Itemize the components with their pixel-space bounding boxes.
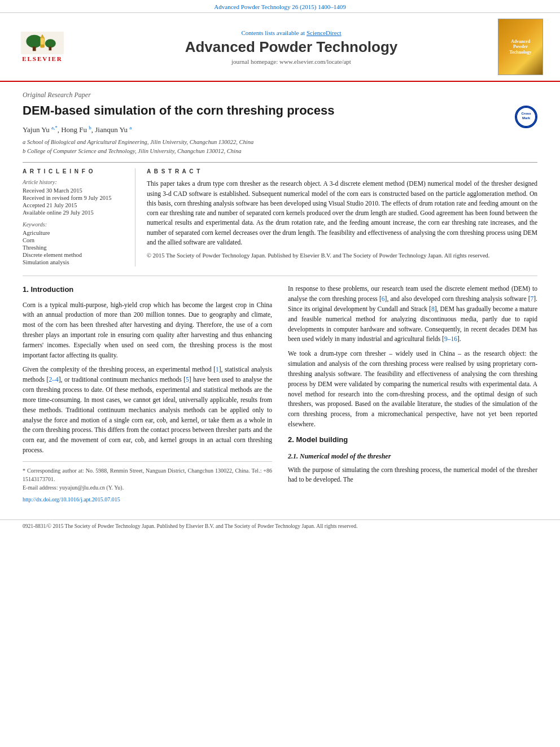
keyword-simulation: Simulation analysis [23, 259, 127, 265]
article-history-label: Article history: [23, 179, 127, 185]
keyword-agriculture: Agriculture [23, 230, 127, 236]
section2-para1: With the purpose of simulating the corn … [288, 465, 537, 486]
ref-2-4-link[interactable]: 2–4 [49, 376, 58, 383]
history-available-online: Available online 29 July 2015 [23, 209, 127, 216]
ref-9-16-link[interactable]: 9–16 [444, 335, 457, 342]
journal-top-bar: Advanced Powder Technology 26 (2015) 140… [0, 0, 560, 13]
keywords-label: Keywords: [23, 221, 127, 228]
keyword-threshing: Threshing [23, 244, 127, 251]
abstract-copyright: © 2015 The Society of Powder Technology … [147, 252, 537, 260]
article-type-label: Original Research Paper [23, 91, 537, 99]
affiliation-b: b College of Computer Science and Techno… [23, 147, 537, 156]
doi-link[interactable]: http://dx.doi.org/10.1016/j.apt.2015.07.… [23, 495, 272, 504]
abstract-text: This paper takes a drum type corn thresh… [147, 179, 537, 247]
ref-6-link[interactable]: 6 [382, 295, 385, 302]
affiliations: a School of Biological and Agricultural … [23, 138, 537, 156]
abstract-section-title: A B S T R A C T [147, 168, 537, 174]
elsevier-logo: ELSEVIER [11, 30, 73, 64]
svg-rect-4 [49, 47, 51, 51]
bottom-bar: 0921-8831/© 2015 The Society of Powder T… [0, 519, 560, 532]
title-row: Cross Mark DEM-based simulation of the c… [23, 103, 537, 119]
abstract-section: A B S T R A C T This paper takes a drum … [147, 168, 537, 267]
sciencedirect-link[interactable]: ScienceDirect [307, 29, 342, 36]
body-columns: 1. Introduction Corn is a typical multi-… [23, 284, 537, 504]
ref-8-link[interactable]: 8 [431, 305, 435, 312]
journal-cover-area: Advanced Powder Technology [498, 19, 549, 75]
body-col-left: 1. Introduction Corn is a typical multi-… [23, 284, 272, 504]
journal-logo-area: ELSEVIER [11, 30, 85, 64]
footnote-email: E-mail address: yuyajun@jlu.edu.cn (Y. Y… [23, 483, 272, 492]
section2-heading: 2. Model building [288, 434, 537, 445]
journal-header-center: Contents lists available at ScienceDirec… [85, 29, 498, 65]
section1-para3: In response to these problems, our resea… [288, 284, 537, 344]
crossmark-icon: Cross Mark [516, 107, 536, 127]
affiliation-a: a School of Biological and Agricultural … [23, 138, 537, 147]
svg-text:Cross: Cross [521, 112, 531, 115]
crossmark-badge: Cross Mark [515, 106, 537, 128]
section1-para2: Given the complexity of the threshing pr… [23, 365, 272, 455]
history-revised: Received in revised form 9 July 2015 [23, 195, 127, 201]
sciencedirect-text: Contents lists available at ScienceDirec… [85, 29, 498, 36]
article-content: Original Research Paper Cross Mark DEM-b… [0, 82, 560, 515]
elsevier-tree-icon [20, 32, 65, 54]
section1-para4: We took a drum-type corn thresher – wide… [288, 349, 537, 430]
section2-subsection1-heading: 2.1. Numerical model of the thresher [288, 451, 537, 462]
elsevier-brand-text: ELSEVIER [22, 55, 63, 62]
journal-header: ELSEVIER Contents lists available at Sci… [0, 13, 560, 82]
ref-1-link[interactable]: 1 [216, 366, 219, 373]
article-info-left: A R T I C L E I N F O Article history: R… [23, 168, 135, 267]
article-title: DEM-based simulation of the corn threshi… [23, 103, 537, 119]
section-divider [23, 276, 537, 276]
journal-cover-image: Advanced Powder Technology [498, 19, 543, 75]
svg-point-3 [45, 39, 56, 47]
ref-7-link[interactable]: 7 [531, 295, 534, 302]
footnote-corresponding: * Corresponding author at: No. 5988, Ren… [23, 466, 272, 483]
journal-cover-title: Advanced Powder Technology [510, 39, 532, 55]
keyword-dem: Discrete element method [23, 252, 127, 258]
history-received: Received 30 March 2015 [23, 187, 127, 194]
section1-para1: Corn is a typical multi-purpose, high-yi… [23, 300, 272, 361]
article-info-section-title: A R T I C L E I N F O [23, 168, 127, 174]
article-info-row: A R T I C L E I N F O Article history: R… [23, 162, 537, 267]
svg-point-1 [26, 35, 42, 48]
footnote-section: * Corresponding author at: No. 5988, Ren… [23, 461, 272, 492]
svg-rect-7 [41, 38, 44, 44]
history-accepted: Accepted 21 July 2015 [23, 202, 127, 208]
keyword-corn: Corn [23, 237, 127, 243]
section1-heading: 1. Introduction [23, 284, 272, 295]
journal-homepage: journal homepage: www.elsevier.com/locat… [85, 58, 498, 65]
svg-text:Mark: Mark [522, 116, 531, 120]
svg-rect-2 [33, 47, 36, 51]
ref-5-link[interactable]: 5 [186, 376, 189, 383]
authors-line: Yajun Yu a,*, Hong Fu b, Jianqun Yu a [23, 125, 537, 134]
journal-title: Advanced Powder Technology [85, 38, 498, 56]
body-col-right: In response to these problems, our resea… [288, 284, 537, 504]
